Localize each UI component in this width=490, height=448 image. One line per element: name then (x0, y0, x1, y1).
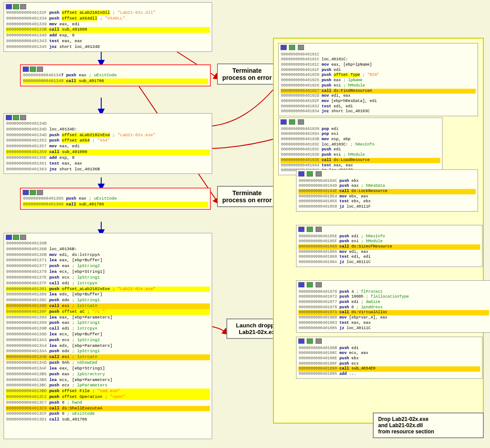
right-box-6: 000000000040108B push edi 00000000004010… (296, 337, 482, 379)
code-line: 0000000000401077 push edi ; dwSize (298, 300, 489, 305)
tb-btn-gray-2[interactable] (37, 67, 43, 72)
code-line: 000000000040102F mov [ebp+hResData], edi (281, 99, 476, 104)
code-line: 0000000000401334 push offset aX64dll ; "… (6, 16, 210, 22)
code-line: 00000000004013C7 push 0 ; hwnd (6, 400, 210, 406)
tb-btn-img-2[interactable] (30, 67, 36, 72)
code-line: 00000000004013B6 lea ecx, [ebp+Parameter… (6, 377, 210, 383)
code-line: 000000000040137E push ecx ; lpString1 (6, 275, 210, 281)
code-line: 000000000040132F push offset aLab2102xDl… (6, 10, 210, 16)
code-line: 0000000000401357 mov eax, edi (6, 144, 210, 149)
code-box-4: 0000000000401365 push eax ; uExitCode 00… (20, 188, 211, 210)
code-line: 0000000000401072 push 1000h ; flAllocati… (298, 295, 489, 300)
code-line: 000000000040106A jz loc_40111C (298, 260, 480, 265)
code-line: 0000000000401363 jnz short loc_40136B (6, 167, 210, 173)
code-line: 000000000040136B (6, 241, 210, 247)
code-line: 000000000040139D lea ecx, [ebp+Buffer] (6, 332, 210, 338)
code-line: 0000000000401359 call sub_401000 (6, 149, 210, 155)
code-line: 0000000000401377 push eax ; lpString2 (6, 263, 210, 269)
code-line: 000000000040101C loc_40101C: (281, 57, 476, 63)
tb-r2-gray[interactable] (298, 119, 304, 125)
tb-btn-blue-2[interactable] (23, 67, 29, 72)
toolbar-1 (6, 4, 210, 9)
code-line: 000000000040134D loc_40134D: (6, 127, 210, 133)
tb-btn-blue-4[interactable] (23, 190, 29, 195)
code-box-2: 0000000000401347 push eax ; uExitCode 00… (20, 64, 211, 86)
code-line: 000000000040108B push edi (298, 346, 480, 351)
toolbar-r6 (298, 338, 480, 346)
tb-r1-blue[interactable] (281, 45, 287, 50)
tb-r6-blue[interactable] (298, 338, 304, 344)
right-box-2: 0000000000401039 pop edi 000000000040103… (278, 118, 443, 175)
tb-r4-img[interactable] (307, 227, 313, 232)
tb-r3-img[interactable] (307, 171, 313, 177)
code-line: 00000000004013AD push 0Ah ; nShowCmd (6, 360, 210, 366)
code-line: 0000000000401044 test eax, eax (281, 163, 440, 169)
tb-btn-img-3[interactable] (13, 115, 19, 120)
toolbar-5 (6, 235, 210, 240)
toolbar-r2 (281, 119, 440, 127)
tb-r5-img[interactable] (307, 282, 313, 287)
tb-btn-blue-1[interactable] (6, 4, 12, 9)
tb-btn-gray-4[interactable] (37, 190, 43, 195)
code-line: 0000000000401394 lea eax, [ebp+Parameter… (6, 315, 210, 321)
code-line: 00000000004013AB call esi ; lstrcatA (6, 354, 210, 360)
tb-btn-img-1[interactable] (13, 4, 19, 9)
code-line: 00000000004013BC push ecx ; lpParameters (6, 383, 210, 389)
code-line: 000000000040103C loc_40103C: ; hResInfo (281, 142, 440, 148)
code-line: 0000000000401352 push offset aX64 ; "X64… (6, 138, 210, 144)
code-line: 000000000040135E add esp, 8 (6, 155, 210, 161)
tb-btn-img-5[interactable] (13, 235, 19, 240)
code-line: 0000000000401347 push eax ; uExitCode (23, 73, 208, 79)
code-line: 000000000040104C push ebx (298, 179, 476, 184)
code-line: 0000000000401083 test eax, eax (298, 321, 489, 326)
code-line: 0000000000401348 call sub_401786 (23, 79, 208, 84)
code-line: 000000000040137F call edi ; lstrcpyA (6, 281, 210, 287)
code-line: 00000000004013CF push 0 ; uExitCode (6, 411, 210, 417)
code-line: 0000000000401345 jnz short loc_40134D (6, 44, 210, 50)
code-line: 000000000040102D mov edi, eax (281, 94, 476, 99)
tb-r3-blue[interactable] (298, 171, 304, 177)
code-line: 00000000004013AF lea eax, [ebp+String1] (6, 366, 210, 372)
code-line: 000000000040105E push edi ; hResInfo (298, 234, 480, 240)
tb-r3-gray[interactable] (316, 171, 322, 177)
code-line: 00000000004013B5 push eax ; lpDirectory (6, 372, 210, 377)
tb-btn-gray-3[interactable] (20, 115, 26, 120)
code-line: 0000000000401090 call sub_4034E0 (298, 366, 480, 372)
code-line: 000000000040103B mov esp, ebp (281, 137, 440, 142)
tb-r4-blue[interactable] (298, 227, 304, 232)
code-line: 00000000004013C9 call ds:ShellExecuteA (6, 406, 210, 412)
tb-r5-gray[interactable] (316, 282, 322, 287)
tb-r4-gray[interactable] (316, 227, 322, 232)
code-line: 0000000000401032 test edi, edi (281, 104, 476, 110)
tb-btn-gray-1[interactable] (20, 4, 26, 9)
code-line: 000000000040108C mov ecx, eax (298, 351, 480, 356)
tb-r2-blue[interactable] (281, 119, 287, 125)
code-line: 00000000004013C2 push offset Operation ;… (6, 394, 210, 400)
code-line: 0000000000401340 add esp, 8 (6, 33, 210, 39)
code-line: 000000000040104D push eax ; hResData (298, 184, 476, 189)
tb-r5-blue[interactable] (298, 282, 304, 287)
tb-r2-img[interactable] (289, 119, 295, 125)
code-line: 000000000040101C (281, 52, 476, 58)
tb-btn-blue-3[interactable] (6, 115, 12, 120)
tb-btn-blue-5[interactable] (6, 235, 12, 240)
tb-r1-img[interactable] (289, 45, 295, 50)
tb-r6-img[interactable] (307, 338, 313, 344)
code-line: 0000000000401378 lea ecx, [ebp+String1] (6, 269, 210, 275)
code-line: 0000000000401085 jz loc_40111C (298, 326, 489, 331)
tb-r6-gray[interactable] (316, 338, 322, 344)
toolbar-3 (6, 115, 210, 120)
toolbar-2 (23, 67, 208, 72)
tb-r1-gray[interactable] (298, 45, 304, 50)
tb-btn-img-4[interactable] (30, 190, 36, 195)
code-box-3: 000000000040134D 000000000040134D loc_40… (4, 113, 212, 174)
code-line: 0000000000401068 test edi, edi (298, 255, 480, 260)
code-line: 000000000040103C push edi (281, 147, 440, 153)
code-line: 000000000040138F push offset aC ; "/c " (6, 309, 210, 315)
right-box-4: 000000000040105E push edi ; hResInfo 000… (296, 225, 482, 267)
tb-btn-gray-5[interactable] (20, 235, 26, 240)
code-line: 0000000000401371 lea eax, [ebp+Buffer] (6, 258, 210, 263)
code-line: 000000000040133B call sub_401000 (6, 27, 210, 33)
code-line: 000000000040103D push esi ; hModule (281, 153, 440, 158)
code-line: 000000000040103E call ds:LoadResource (281, 158, 440, 163)
